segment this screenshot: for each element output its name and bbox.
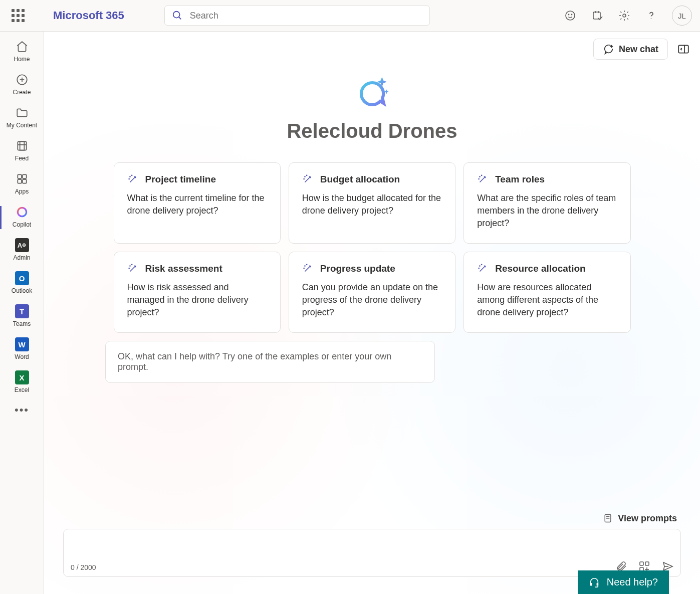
headset-icon xyxy=(589,577,600,588)
card-title: Project timeline xyxy=(145,174,216,185)
more-icon: ••• xyxy=(15,404,29,417)
prompts-icon xyxy=(603,513,613,524)
svg-point-34 xyxy=(304,179,304,179)
sidebar-item-label: Copilot xyxy=(13,221,31,228)
search-box[interactable] xyxy=(164,6,430,26)
teams-icon: T xyxy=(15,304,29,318)
sidebar-item-label: Excel xyxy=(15,386,29,393)
panel-toggle-button[interactable] xyxy=(677,43,690,56)
svg-point-3 xyxy=(568,14,569,15)
card-desc: How are resources allocated among differ… xyxy=(477,281,617,319)
new-chat-button[interactable]: New chat xyxy=(593,39,668,60)
svg-line-29 xyxy=(305,177,310,182)
folder-icon xyxy=(15,106,29,120)
card-resource-allocation[interactable]: Resource allocation How are resources al… xyxy=(463,252,630,333)
svg-point-33 xyxy=(306,175,307,175)
wand-icon xyxy=(477,174,488,185)
sidebar-item-apps[interactable]: Apps xyxy=(0,168,44,201)
svg-point-26 xyxy=(129,176,130,177)
wand-icon xyxy=(477,263,488,274)
svg-rect-17 xyxy=(23,179,27,183)
card-project-timeline[interactable]: Project timeline What is the current tim… xyxy=(114,162,281,244)
svg-line-1 xyxy=(179,17,181,20)
sidebar-item-label: Feed xyxy=(15,155,29,162)
svg-rect-14 xyxy=(18,174,22,178)
svg-point-32 xyxy=(305,176,305,177)
home-icon xyxy=(15,40,29,54)
card-progress-update[interactable]: Progress update Can you provide an updat… xyxy=(289,252,455,333)
wand-icon xyxy=(127,174,138,185)
chat-composer[interactable]: 0 / 2000 xyxy=(63,529,681,577)
sidebar-item-more[interactable]: ••• xyxy=(0,400,44,423)
sidebar-item-excel[interactable]: X Excel xyxy=(0,366,44,400)
copilot-icon xyxy=(15,205,29,219)
sidebar-item-copilot[interactable]: Copilot xyxy=(0,201,44,234)
prompt-cards: Project timeline What is the current tim… xyxy=(114,162,631,333)
svg-point-58 xyxy=(479,268,479,269)
sidebar-item-label: Word xyxy=(15,353,29,360)
card-team-roles[interactable]: Team roles What are the specific roles o… xyxy=(463,162,630,244)
waffle-icon xyxy=(12,9,25,22)
avatar-initials: JL xyxy=(678,12,686,20)
svg-point-51 xyxy=(306,264,307,265)
apps-icon xyxy=(15,172,29,186)
wand-icon xyxy=(302,174,313,185)
card-desc: What are the specific roles of team memb… xyxy=(477,192,617,230)
svg-rect-16 xyxy=(18,179,22,183)
svg-point-27 xyxy=(131,175,132,175)
svg-point-4 xyxy=(571,14,572,15)
svg-point-46 xyxy=(129,268,129,269)
sidebar-item-teams[interactable]: T Teams xyxy=(0,300,44,333)
plus-circle-icon xyxy=(15,73,29,87)
card-desc: Can you provide an update on the progres… xyxy=(302,281,442,319)
svg-point-45 xyxy=(131,264,132,265)
avatar[interactable]: JL xyxy=(672,6,692,26)
svg-point-57 xyxy=(482,264,482,265)
svg-rect-12 xyxy=(20,141,24,150)
search-input[interactable] xyxy=(190,11,422,21)
card-title: Risk assessment xyxy=(145,263,222,274)
card-risk-assessment[interactable]: Risk assessment How is risk assessed and… xyxy=(114,252,281,333)
emoji-icon[interactable] xyxy=(564,9,577,22)
svg-point-28 xyxy=(129,179,129,179)
sidebar-item-feed[interactable]: Feed xyxy=(0,135,44,168)
bottom-area: View prompts 0 / 2000 xyxy=(44,513,700,577)
admin-icon: A⚙ xyxy=(15,238,29,252)
search-icon xyxy=(172,10,183,21)
view-prompts-label: View prompts xyxy=(618,513,677,524)
svg-rect-15 xyxy=(23,174,27,178)
svg-rect-5 xyxy=(593,12,600,19)
sidebar-item-outlook[interactable]: O Outlook xyxy=(0,267,44,300)
need-help-button[interactable]: Need help? xyxy=(578,570,669,594)
prompt-hint: OK, what can I help with? Try one of the… xyxy=(105,341,435,383)
sidebar-item-mycontent[interactable]: My Content xyxy=(0,102,44,135)
help-icon[interactable] xyxy=(645,9,658,22)
view-prompts-button[interactable]: View prompts xyxy=(63,513,681,524)
sidebar-item-label: Home xyxy=(14,56,30,63)
new-chat-label: New chat xyxy=(619,44,658,55)
card-title: Budget allocation xyxy=(320,174,400,185)
app-launcher-button[interactable] xyxy=(8,6,28,26)
calendar-check-icon[interactable] xyxy=(591,9,604,22)
need-help-label: Need help? xyxy=(607,576,658,588)
svg-line-53 xyxy=(480,266,486,272)
outlook-icon: O xyxy=(15,271,29,285)
svg-point-40 xyxy=(479,179,479,179)
svg-point-56 xyxy=(480,266,480,266)
svg-point-7 xyxy=(651,18,652,19)
card-budget-allocation[interactable]: Budget allocation How is the budget allo… xyxy=(289,162,455,244)
header-actions: JL xyxy=(564,6,692,26)
settings-icon[interactable] xyxy=(618,9,631,22)
card-desc: How is risk assessed and managed in the … xyxy=(127,281,267,319)
svg-point-2 xyxy=(566,11,575,20)
new-chat-icon xyxy=(603,44,614,55)
svg-line-47 xyxy=(305,266,310,272)
svg-point-18 xyxy=(18,208,26,216)
svg-point-44 xyxy=(129,266,130,266)
brand-label[interactable]: Microsoft 365 xyxy=(53,9,124,22)
sidebar-item-home[interactable]: Home xyxy=(0,36,44,69)
svg-rect-68 xyxy=(590,582,592,585)
sidebar-item-create[interactable]: Create xyxy=(0,69,44,102)
sidebar-item-word[interactable]: W Word xyxy=(0,333,44,366)
sidebar-item-admin[interactable]: A⚙ Admin xyxy=(0,234,44,267)
